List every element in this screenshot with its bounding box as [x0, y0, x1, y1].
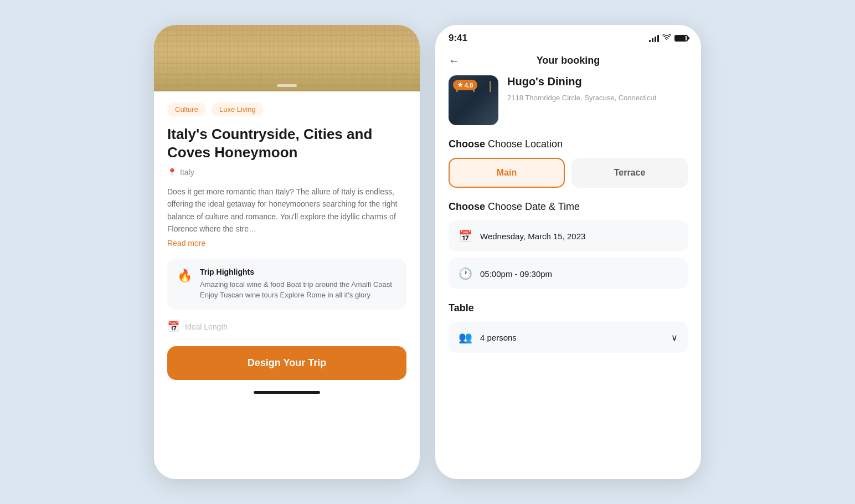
highlights-content: Trip Highlights Amazing local wine & foo… [200, 268, 396, 301]
design-trip-button[interactable]: Design Your Trip [167, 346, 406, 380]
signal-bar-1 [649, 40, 651, 42]
restaurant-card: ★ 4.8 Hugo's Dining 2118 Thornridge Circ… [449, 75, 688, 125]
time-value: 05:00pm - 09:30pm [480, 269, 552, 279]
highlights-text: Amazing local wine & food Boat trip arou… [200, 279, 396, 301]
highlights-card: 🔥 Trip Highlights Amazing local wine & f… [167, 259, 406, 310]
home-indicator [254, 391, 320, 394]
status-time: 9:41 [449, 33, 467, 44]
signal-bar-2 [652, 38, 653, 42]
rating-value: 4.8 [465, 82, 473, 89]
choose-datetime-label: Choose Choose Date & Time [449, 201, 688, 213]
tags-row: Culture Luxe Living [167, 102, 406, 116]
restaurant-name: Hugo's Dining [507, 75, 656, 88]
light-3 [490, 81, 491, 92]
hero-image [154, 25, 420, 91]
nav-title: Your booking [537, 55, 600, 66]
restaurant-address: 2118 Thornridge Circle, Syracuse, Connec… [507, 92, 656, 104]
highlights-title: Trip Highlights [200, 268, 396, 276]
calendar-icon: 📅 [167, 321, 179, 333]
back-button[interactable]: ← [449, 54, 460, 67]
battery-icon [674, 35, 688, 42]
clock-icon: 🕐 [459, 267, 472, 280]
location-option-main[interactable]: Main [449, 158, 565, 188]
chevron-down-icon: ∨ [671, 332, 678, 343]
location-row: 📍 Italy [167, 168, 406, 177]
status-icons [649, 34, 688, 43]
tag-culture[interactable]: Culture [167, 102, 206, 116]
location-pin-icon: 📍 [167, 168, 177, 177]
hero-overlay [154, 25, 420, 91]
app-container: Culture Luxe Living Italy's Countryside,… [154, 25, 701, 479]
left-phone: Culture Luxe Living Italy's Countryside,… [154, 25, 420, 479]
battery-fill [676, 36, 686, 40]
ideal-length-row: 📅 Ideal Length [167, 318, 406, 335]
choose-location-label: Choose Choose Location [449, 138, 688, 150]
location-options: Main Terrace [449, 158, 688, 188]
persons-value: 4 persons [480, 333, 663, 342]
right-phone: 9:41 [435, 25, 701, 479]
read-more-link[interactable]: Read more [167, 239, 406, 248]
persons-icon: 👥 [459, 331, 472, 344]
signal-bars-icon [649, 34, 659, 42]
datetime-options: 📅 Wednesday, March 15, 2023 🕐 05:00pm - … [449, 220, 688, 289]
restaurant-info: Hugo's Dining 2118 Thornridge Circle, Sy… [507, 75, 656, 104]
scroll-indicator [277, 84, 297, 87]
status-bar: 9:41 [435, 25, 701, 49]
right-phone-content: ★ 4.8 Hugo's Dining 2118 Thornridge Circ… [435, 75, 701, 479]
table-section: Table 👥 4 persons ∨ [449, 302, 688, 353]
rating-badge: ★ 4.8 [453, 80, 477, 90]
time-option[interactable]: 🕐 05:00pm - 09:30pm [449, 258, 688, 289]
fire-icon: 🔥 [177, 269, 192, 283]
restaurant-image: ★ 4.8 [449, 75, 498, 125]
calendar-date-icon: 📅 [459, 229, 472, 243]
trip-description: Does it get more romantic than Italy? Th… [167, 186, 406, 235]
date-value: Wednesday, March 15, 2023 [480, 232, 585, 241]
trip-title: Italy's Countryside, Cities and Coves Ho… [167, 125, 406, 161]
wifi-icon [662, 34, 671, 43]
table-label: Table [449, 302, 688, 314]
nav-header: ← Your booking [435, 49, 701, 75]
location-label: Italy [180, 168, 194, 177]
tag-luxe-living[interactable]: Luxe Living [212, 102, 264, 116]
ideal-length-label: Ideal Length [185, 322, 228, 331]
star-icon: ★ [457, 81, 463, 89]
location-option-terrace[interactable]: Terrace [571, 158, 688, 188]
left-phone-content: Culture Luxe Living Italy's Countryside,… [154, 91, 420, 479]
signal-bar-3 [655, 37, 656, 42]
persons-dropdown[interactable]: 👥 4 persons ∨ [449, 322, 688, 353]
date-option[interactable]: 📅 Wednesday, March 15, 2023 [449, 220, 688, 251]
signal-bar-4 [657, 35, 659, 42]
